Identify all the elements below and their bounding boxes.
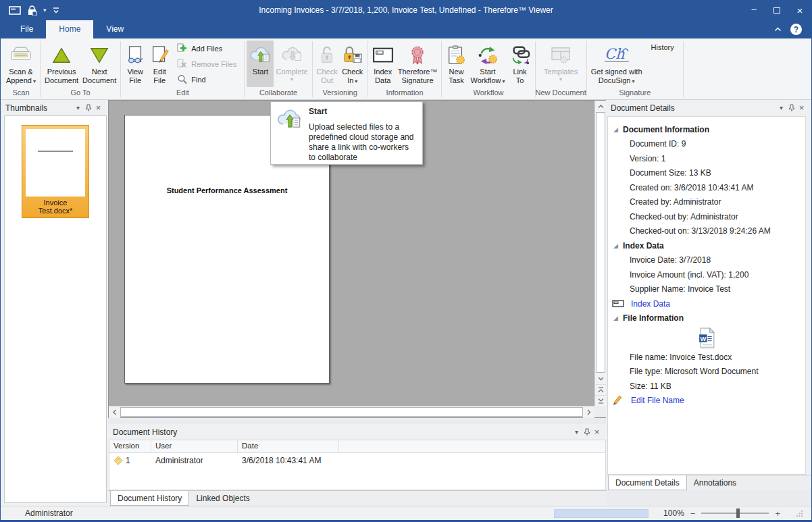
title-bar: ▾ Incoming Invoices - 3/7/2018, 1,200, I… [1,0,811,20]
thumbnails-list: Invoice Test.docx* [4,115,107,503]
horizontal-scrollbar[interactable] [109,406,594,417]
horizontal-scroll-thumb[interactable] [120,407,583,417]
dropdown-caret: ▾ [502,78,505,84]
chain-link-icon [509,43,531,68]
view-file-button[interactable]: View File [123,41,147,87]
scrollbar-corner [594,406,606,417]
dropdown-caret: ▾ [355,78,357,84]
start-workflow-button[interactable]: Start Workflow▾ [468,41,507,87]
window-title: Incoming Invoices - 3/7/2018, 1,200, Inv… [1,5,811,15]
edit-file-name-link[interactable]: Edit File Name [631,396,684,405]
qat-dropdown-caret[interactable]: ▾ [43,7,47,14]
close-icon[interactable]: × [93,103,103,113]
edit-file-button[interactable]: Edit File [147,41,172,87]
index-data-button[interactable]: Index Data [370,41,396,87]
thumbnail-selected[interactable]: Invoice Test.docx* [22,125,89,218]
tab-file[interactable]: File [7,20,46,38]
thumbnail-page-preview [26,129,85,197]
close-button[interactable]: × [788,0,811,20]
collapse-ribbon-icon[interactable] [774,27,782,32]
group-separator [683,41,684,97]
dropdown-caret: ▾ [559,76,562,82]
help-icon[interactable]: ? [790,24,802,35]
start-collaborate-button[interactable]: Start [247,41,274,87]
next-page-button[interactable] [595,395,607,406]
triangle-up-icon [51,43,72,68]
customize-qat-icon[interactable] [53,7,59,14]
column-user[interactable]: User [151,440,238,452]
tab-home[interactable]: Home [46,20,93,38]
expander-icon[interactable]: ◢ [613,315,623,321]
tab-linked-objects[interactable]: Linked Objects [189,491,256,506]
scroll-left-button[interactable] [109,407,120,418]
index-data-link[interactable]: Index Data [631,299,670,309]
therefore-signature-button[interactable]: Therefore™ Signature [396,41,440,87]
history-button[interactable]: History [644,41,681,54]
detail-created-on: Created on: 3/6/2018 10:43:41 AM [630,183,753,192]
expander-icon[interactable]: ◢ [613,242,623,249]
check-in-button[interactable]: Check In▾ [340,41,365,87]
check-in-label: Check In [342,68,363,84]
complete-label: Complete [276,68,307,76]
previous-page-button[interactable] [595,384,607,395]
scan-append-label: Scan & Append [6,68,33,84]
zoom-in-button[interactable]: + [775,508,780,519]
scroll-up-button[interactable] [595,101,607,112]
link-to-label: Link To [513,68,526,84]
tab-document-details[interactable]: Document Details [608,475,687,490]
resize-grip-icon[interactable] [796,510,803,517]
open-padlock-icon [318,43,336,68]
find-button[interactable]: Find [174,72,239,86]
ribbon-group-scan: Scan & Append▾ Scan [2,39,40,99]
history-row[interactable]: 1 Administrator 3/6/2018 10:43:41 AM [109,453,605,467]
scan-append-button[interactable]: Scan & Append▾ [4,41,38,87]
document-page-title: Student Performance Assessment [125,186,329,194]
new-task-button[interactable]: New Task [444,41,468,87]
close-icon[interactable]: × [796,103,807,113]
panel-menu-icon[interactable]: ▾ [776,103,786,113]
templates-icon [550,43,572,68]
svg-text:Ch: Ch [605,46,625,62]
column-date[interactable]: Date [238,440,339,452]
status-progress [554,509,649,518]
group-label-collaborate: Collaborate [245,87,311,99]
tab-annotations[interactable]: Annotations [687,475,743,490]
panel-menu-icon[interactable]: ▾ [572,427,582,437]
detail-size: Size: 11 KB [630,382,671,391]
detail-created-by: Created by: Administrator [630,197,721,207]
pin-icon[interactable] [582,427,592,437]
docusign-button[interactable]: Ch Get signed with DocuSign▾ [589,41,644,87]
detail-document-size: Document Size: 13 KB [630,168,711,178]
group-label-workflow: Workflow [442,87,534,99]
vertical-scroll-thumb[interactable] [596,112,605,373]
zoom-out-button[interactable]: − [690,508,696,519]
zoom-slider-thumb[interactable] [736,508,740,518]
maximize-button[interactable] [765,0,788,20]
history-dock-tabs: Document History Linked Objects [108,490,607,506]
link-to-button[interactable]: Link To [507,41,533,87]
tab-document-history[interactable]: Document History [110,491,189,506]
scroll-down-button[interactable] [595,373,607,384]
index-card-small-icon [612,300,627,307]
add-files-button[interactable]: Add Files [174,41,239,55]
window-controls: – × [742,0,811,20]
column-version[interactable]: Version [109,440,151,452]
scroll-right-button[interactable] [583,407,594,418]
panel-menu-icon[interactable]: ▾ [73,103,83,113]
minimize-button[interactable]: – [742,0,765,19]
zoom-slider[interactable] [701,513,769,514]
index-card-qat-icon[interactable] [9,6,21,15]
section-file-information: File Information [623,313,684,323]
tab-view[interactable]: View [93,20,136,38]
expander-icon[interactable]: ◢ [613,126,623,133]
pin-icon[interactable] [786,103,796,113]
ribbon-tab-row: File Home View ? [1,20,811,38]
close-icon[interactable]: × [592,427,602,437]
thumbnails-panel-title: Thumbnails [5,103,73,113]
pin-icon[interactable] [83,103,93,113]
previous-document-button[interactable]: Previous Document [43,41,80,87]
vertical-scrollbar[interactable] [594,101,606,406]
detail-version: Version: 1 [630,154,665,163]
checkin-qat-icon[interactable] [27,5,37,16]
next-document-button[interactable]: Next Document [80,41,118,87]
